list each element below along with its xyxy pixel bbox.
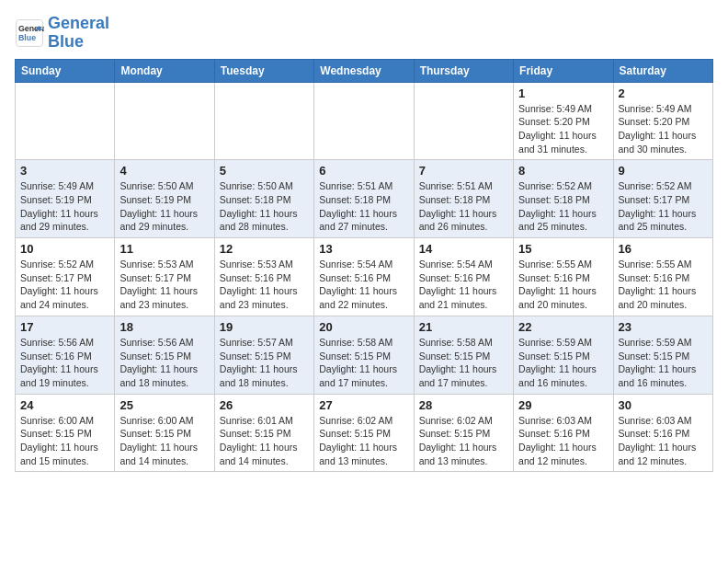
day-number: 16	[619, 242, 708, 256]
calendar-cell: 5Sunrise: 5:50 AM Sunset: 5:18 PM Daylig…	[214, 160, 313, 238]
day-info: Sunrise: 5:56 AM Sunset: 5:16 PM Dayligh…	[20, 336, 109, 390]
day-info: Sunrise: 5:53 AM Sunset: 5:17 PM Dayligh…	[119, 258, 209, 312]
day-number: 10	[20, 242, 109, 256]
day-number: 15	[518, 242, 608, 256]
day-number: 20	[319, 320, 408, 334]
day-info: Sunrise: 5:57 AM Sunset: 5:15 PM Dayligh…	[220, 336, 309, 390]
day-info: Sunrise: 5:51 AM Sunset: 5:18 PM Dayligh…	[319, 179, 408, 234]
calendar-cell: 14Sunrise: 5:54 AM Sunset: 5:16 PM Dayli…	[414, 238, 513, 316]
day-info: Sunrise: 5:56 AM Sunset: 5:15 PM Dayligh…	[119, 336, 209, 390]
weekday-header: Friday	[514, 59, 613, 82]
calendar-table: SundayMondayTuesdayWednesdayThursdayFrid…	[15, 59, 713, 473]
day-info: Sunrise: 6:02 AM Sunset: 5:15 PM Dayligh…	[419, 414, 508, 468]
calendar-cell: 2Sunrise: 5:49 AM Sunset: 5:20 PM Daylig…	[613, 82, 712, 160]
day-number: 2	[619, 86, 708, 100]
day-number: 22	[518, 320, 608, 334]
calendar-cell: 30Sunrise: 6:03 AM Sunset: 5:16 PM Dayli…	[613, 394, 712, 472]
day-info: Sunrise: 5:50 AM Sunset: 5:19 PM Dayligh…	[119, 179, 209, 234]
calendar-cell: 4Sunrise: 5:50 AM Sunset: 5:19 PM Daylig…	[115, 160, 214, 238]
day-info: Sunrise: 5:55 AM Sunset: 5:16 PM Dayligh…	[518, 258, 608, 312]
calendar-cell: 12Sunrise: 5:53 AM Sunset: 5:16 PM Dayli…	[214, 238, 313, 316]
calendar-cell: 24Sunrise: 6:00 AM Sunset: 5:15 PM Dayli…	[16, 394, 115, 472]
day-number: 24	[20, 398, 109, 412]
day-number: 6	[319, 164, 408, 178]
day-info: Sunrise: 5:53 AM Sunset: 5:16 PM Dayligh…	[220, 258, 309, 312]
calendar-cell	[214, 82, 313, 160]
logo: General Blue GeneralBlue	[15, 15, 109, 52]
calendar-cell	[314, 82, 414, 160]
calendar-week-row: 3Sunrise: 5:49 AM Sunset: 5:19 PM Daylig…	[16, 160, 713, 238]
day-number: 5	[220, 164, 309, 178]
calendar-cell: 21Sunrise: 5:58 AM Sunset: 5:15 PM Dayli…	[414, 316, 513, 394]
day-info: Sunrise: 6:01 AM Sunset: 5:15 PM Dayligh…	[220, 414, 309, 468]
calendar-week-row: 10Sunrise: 5:52 AM Sunset: 5:17 PM Dayli…	[16, 238, 713, 316]
day-info: Sunrise: 5:54 AM Sunset: 5:16 PM Dayligh…	[319, 258, 408, 312]
calendar-cell: 6Sunrise: 5:51 AM Sunset: 5:18 PM Daylig…	[314, 160, 414, 238]
day-info: Sunrise: 5:49 AM Sunset: 5:19 PM Dayligh…	[20, 179, 109, 234]
calendar-cell: 19Sunrise: 5:57 AM Sunset: 5:15 PM Dayli…	[214, 316, 313, 394]
calendar-week-row: 1Sunrise: 5:49 AM Sunset: 5:20 PM Daylig…	[16, 82, 713, 160]
day-number: 12	[220, 242, 309, 256]
calendar-week-row: 17Sunrise: 5:56 AM Sunset: 5:16 PM Dayli…	[16, 316, 713, 394]
day-number: 4	[119, 164, 209, 178]
calendar-cell: 23Sunrise: 5:59 AM Sunset: 5:15 PM Dayli…	[613, 316, 712, 394]
day-info: Sunrise: 5:52 AM Sunset: 5:17 PM Dayligh…	[20, 258, 109, 312]
svg-text:Blue: Blue	[18, 33, 36, 42]
calendar-week-row: 24Sunrise: 6:00 AM Sunset: 5:15 PM Dayli…	[16, 394, 713, 472]
day-number: 13	[319, 242, 408, 256]
day-number: 23	[619, 320, 708, 334]
day-info: Sunrise: 5:49 AM Sunset: 5:20 PM Dayligh…	[518, 102, 608, 156]
logo-text: GeneralBlue	[48, 15, 109, 52]
day-info: Sunrise: 5:51 AM Sunset: 5:18 PM Dayligh…	[419, 179, 508, 234]
day-number: 26	[220, 398, 309, 412]
calendar-cell: 18Sunrise: 5:56 AM Sunset: 5:15 PM Dayli…	[115, 316, 214, 394]
day-info: Sunrise: 5:50 AM Sunset: 5:18 PM Dayligh…	[220, 179, 309, 234]
calendar-cell: 16Sunrise: 5:55 AM Sunset: 5:16 PM Dayli…	[613, 238, 712, 316]
day-number: 3	[20, 164, 109, 178]
day-info: Sunrise: 6:03 AM Sunset: 5:16 PM Dayligh…	[619, 414, 708, 468]
page-header: General Blue GeneralBlue	[15, 15, 713, 52]
calendar-cell: 7Sunrise: 5:51 AM Sunset: 5:18 PM Daylig…	[414, 160, 513, 238]
day-info: Sunrise: 5:59 AM Sunset: 5:15 PM Dayligh…	[619, 336, 708, 390]
calendar-cell: 11Sunrise: 5:53 AM Sunset: 5:17 PM Dayli…	[115, 238, 214, 316]
day-info: Sunrise: 6:03 AM Sunset: 5:16 PM Dayligh…	[518, 414, 608, 468]
weekday-header: Tuesday	[214, 59, 313, 82]
day-info: Sunrise: 5:58 AM Sunset: 5:15 PM Dayligh…	[319, 336, 408, 390]
day-info: Sunrise: 6:02 AM Sunset: 5:15 PM Dayligh…	[319, 414, 408, 468]
calendar-cell	[16, 82, 115, 160]
day-info: Sunrise: 5:58 AM Sunset: 5:15 PM Dayligh…	[419, 336, 508, 390]
day-number: 21	[419, 320, 508, 334]
calendar-cell: 28Sunrise: 6:02 AM Sunset: 5:15 PM Dayli…	[414, 394, 513, 472]
day-number: 17	[20, 320, 109, 334]
calendar-cell: 17Sunrise: 5:56 AM Sunset: 5:16 PM Dayli…	[16, 316, 115, 394]
day-number: 7	[419, 164, 508, 178]
calendar-cell: 1Sunrise: 5:49 AM Sunset: 5:20 PM Daylig…	[514, 82, 613, 160]
day-info: Sunrise: 5:54 AM Sunset: 5:16 PM Dayligh…	[419, 258, 508, 312]
calendar-cell: 13Sunrise: 5:54 AM Sunset: 5:16 PM Dayli…	[314, 238, 414, 316]
day-number: 29	[518, 398, 608, 412]
weekday-header: Saturday	[613, 59, 712, 82]
calendar-cell	[414, 82, 513, 160]
day-info: Sunrise: 6:00 AM Sunset: 5:15 PM Dayligh…	[20, 414, 109, 468]
day-number: 19	[220, 320, 309, 334]
calendar-cell	[115, 82, 214, 160]
calendar-cell: 15Sunrise: 5:55 AM Sunset: 5:16 PM Dayli…	[514, 238, 613, 316]
calendar-cell: 29Sunrise: 6:03 AM Sunset: 5:16 PM Dayli…	[514, 394, 613, 472]
calendar-cell: 26Sunrise: 6:01 AM Sunset: 5:15 PM Dayli…	[214, 394, 313, 472]
day-info: Sunrise: 5:59 AM Sunset: 5:15 PM Dayligh…	[518, 336, 608, 390]
day-number: 25	[119, 398, 209, 412]
calendar-cell: 3Sunrise: 5:49 AM Sunset: 5:19 PM Daylig…	[16, 160, 115, 238]
calendar-cell: 22Sunrise: 5:59 AM Sunset: 5:15 PM Dayli…	[514, 316, 613, 394]
logo-icon: General Blue	[15, 18, 44, 48]
calendar-cell: 9Sunrise: 5:52 AM Sunset: 5:17 PM Daylig…	[613, 160, 712, 238]
day-number: 18	[119, 320, 209, 334]
day-number: 14	[419, 242, 508, 256]
day-number: 28	[419, 398, 508, 412]
day-number: 9	[619, 164, 708, 178]
day-info: Sunrise: 6:00 AM Sunset: 5:15 PM Dayligh…	[119, 414, 209, 468]
weekday-header: Wednesday	[314, 59, 414, 82]
day-info: Sunrise: 5:52 AM Sunset: 5:17 PM Dayligh…	[619, 179, 708, 234]
weekday-header: Thursday	[414, 59, 513, 82]
weekday-header: Monday	[115, 59, 214, 82]
calendar-cell: 10Sunrise: 5:52 AM Sunset: 5:17 PM Dayli…	[16, 238, 115, 316]
